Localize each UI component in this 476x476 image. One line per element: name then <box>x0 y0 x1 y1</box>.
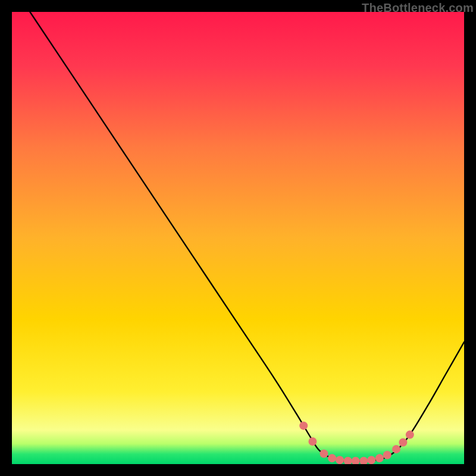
marker-dot <box>383 451 392 459</box>
bottleneck-line-chart <box>12 12 464 464</box>
marker-dot <box>299 421 308 430</box>
marker-dot <box>320 450 328 458</box>
marker-dot <box>367 456 375 464</box>
marker-dot <box>336 456 344 464</box>
chart-frame: TheBottleneck.com <box>0 0 476 476</box>
marker-dot <box>392 445 400 453</box>
marker-dot <box>375 454 384 462</box>
marker-dot <box>399 439 407 447</box>
watermark-text: TheBottleneck.com <box>362 1 474 15</box>
marker-dot <box>308 437 317 446</box>
marker-dot <box>406 431 414 439</box>
gradient-background <box>12 12 464 464</box>
marker-dot <box>328 454 336 462</box>
